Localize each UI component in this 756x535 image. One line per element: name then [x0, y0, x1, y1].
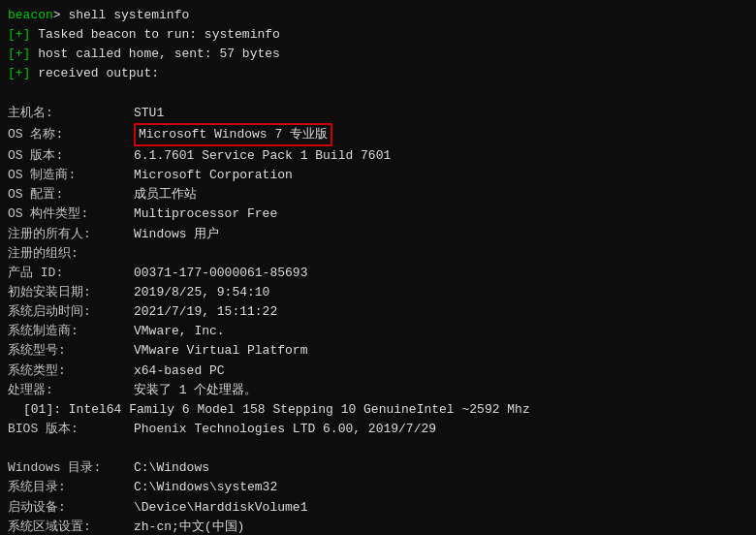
- data-value: VMware, Inc.: [134, 322, 225, 341]
- data-value: x64-based PC: [134, 362, 225, 381]
- terminal-line: 初始安装日期:2019/8/25, 9:54:10: [8, 283, 748, 302]
- terminal-line: [+] host called home, sent: 57 bytes: [8, 45, 748, 64]
- data-label: 系统型号:: [8, 341, 134, 361]
- data-value: STU1: [134, 104, 164, 123]
- data-label: 处理器:: [8, 381, 134, 400]
- terminal-line: 系统区域设置:zh-cn;中文(中国): [8, 518, 748, 535]
- data-value: Windows 用户: [134, 225, 219, 244]
- data-value: Phoenix Technologies LTD 6.00, 2019/7/29: [134, 420, 436, 439]
- terminal-line: 主机名:STU1: [8, 104, 748, 123]
- terminal-line: 注册的所有人:Windows 用户: [8, 225, 748, 244]
- terminal-header: beacon> shell systeminfo: [8, 6, 748, 25]
- terminal-line: 产品 ID:00371-177-0000061-85693: [8, 264, 748, 283]
- terminal-line: OS 版本:6.1.7601 Service Pack 1 Build 7601: [8, 146, 748, 166]
- terminal-window: beacon> shell systeminfo [+] Tasked beac…: [0, 0, 756, 535]
- data-value: Microsoft Corporation: [134, 166, 293, 185]
- indent-value: [01]: Intel64 Family 6 Model 158 Steppin…: [23, 400, 530, 420]
- terminal-line: OS 名称:Microsoft Windows 7 专业版: [8, 123, 748, 146]
- data-label: BIOS 版本:: [8, 420, 134, 439]
- terminal-line: [+] received output:: [8, 64, 748, 83]
- info-text: received output:: [30, 64, 159, 83]
- terminal-line: BIOS 版本:Phoenix Technologies LTD 6.00, 2…: [8, 420, 748, 439]
- terminal-line: 处理器:安装了 1 个处理器。: [8, 381, 748, 400]
- terminal-line: 系统型号:VMware Virtual Platform: [8, 341, 748, 361]
- terminal-line: 系统启动时间:2021/7/19, 15:11:22: [8, 302, 748, 322]
- terminal-line: [8, 84, 748, 104]
- data-label: 初始安装日期:: [8, 283, 134, 302]
- info-text: Tasked beacon to run: systeminfo: [30, 25, 279, 45]
- data-label: 注册的组织:: [8, 244, 134, 264]
- data-label: 系统制造商:: [8, 322, 134, 341]
- beacon-label: beacon: [8, 6, 53, 25]
- terminal-line: OS 构件类型:Multiprocessor Free: [8, 205, 748, 224]
- terminal-line: 系统制造商:VMware, Inc.: [8, 322, 748, 341]
- data-value: 成员工作站: [134, 185, 197, 205]
- info-text: host called home, sent: 57 bytes: [30, 45, 279, 64]
- terminal-line: OS 配置:成员工作站: [8, 185, 748, 205]
- data-value: Multiprocessor Free: [134, 205, 277, 224]
- os-name-label: OS 名称:: [8, 125, 134, 144]
- data-label: 系统启动时间:: [8, 302, 134, 322]
- data-value: 安装了 1 个处理器。: [134, 381, 257, 400]
- data-label: 主机名:: [8, 104, 134, 123]
- data-label: OS 配置:: [8, 185, 134, 205]
- terminal-line: 注册的组织:: [8, 244, 748, 264]
- data-label: 启动设备:: [8, 498, 134, 518]
- data-value: zh-cn;中文(中国): [134, 518, 244, 535]
- data-value: 2019/8/25, 9:54:10: [134, 283, 269, 302]
- info-marker: [+]: [8, 64, 30, 83]
- os-name-value: Microsoft Windows 7 专业版: [134, 123, 332, 146]
- data-label: 注册的所有人:: [8, 225, 134, 244]
- data-value: \Device\HarddiskVolume1: [134, 498, 307, 518]
- terminal-line: 系统类型:x64-based PC: [8, 362, 748, 381]
- terminal-line: [+] Tasked beacon to run: systeminfo: [8, 25, 748, 45]
- data-value: 2021/7/19, 15:11:22: [134, 302, 277, 322]
- terminal-line: [01]: Intel64 Family 6 Model 158 Steppin…: [8, 400, 748, 420]
- data-label: 系统目录:: [8, 478, 134, 497]
- data-value: C:\Windows\system32: [134, 478, 277, 497]
- data-value: 6.1.7601 Service Pack 1 Build 7601: [134, 146, 391, 166]
- terminal-line: 系统目录:C:\Windows\system32: [8, 478, 748, 497]
- terminal-line: Windows 目录:C:\Windows: [8, 458, 748, 478]
- info-marker: [+]: [8, 45, 30, 64]
- data-value: 00371-177-0000061-85693: [134, 264, 307, 283]
- terminal-body: [+] Tasked beacon to run: systeminfo[+] …: [8, 25, 748, 535]
- data-label: OS 版本:: [8, 146, 134, 166]
- data-label: 产品 ID:: [8, 264, 134, 283]
- data-label: 系统区域设置:: [8, 518, 134, 535]
- terminal-line: [8, 439, 748, 458]
- prompt-separator: > shell systeminfo: [53, 6, 189, 25]
- terminal-line: OS 制造商:Microsoft Corporation: [8, 166, 748, 185]
- data-label: 系统类型:: [8, 362, 134, 381]
- data-label: OS 制造商:: [8, 166, 134, 185]
- data-value: C:\Windows: [134, 458, 209, 478]
- terminal-line: 启动设备:\Device\HarddiskVolume1: [8, 498, 748, 518]
- data-label: OS 构件类型:: [8, 205, 134, 224]
- data-label: Windows 目录:: [8, 458, 134, 478]
- info-marker: [+]: [8, 25, 30, 45]
- data-value: VMware Virtual Platform: [134, 341, 307, 361]
